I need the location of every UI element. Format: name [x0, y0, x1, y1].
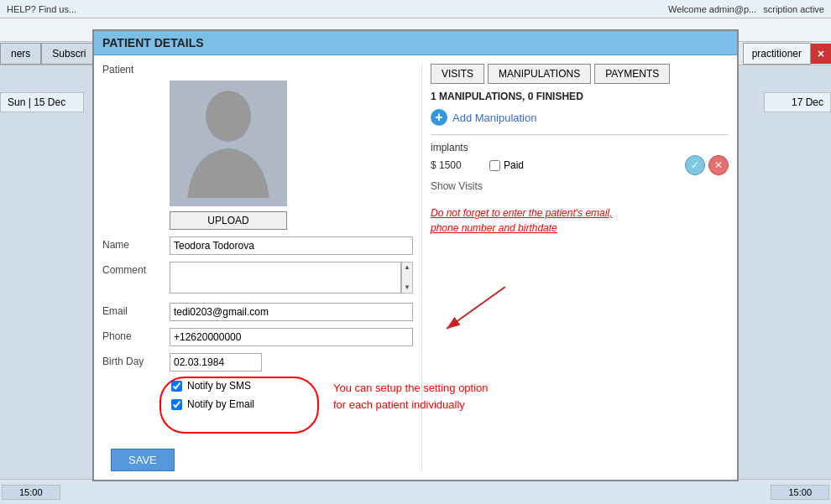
tab-payments[interactable]: PAYMENTS: [594, 64, 670, 84]
save-button[interactable]: SAVE: [111, 449, 175, 471]
subscription-text: scription active: [763, 4, 824, 14]
birthday-field[interactable]: [170, 353, 262, 372]
tab-2[interactable]: Subscri: [41, 43, 97, 65]
upload-button[interactable]: UPLOAD: [170, 211, 287, 230]
email-row: Email: [102, 303, 413, 321]
notify-email-label: Notify by Email: [187, 398, 254, 410]
checkbox-annotation: You can setup the setting option for eac…: [333, 380, 501, 413]
checkboxes-area: Notify by SMS Notify by Email You can se…: [102, 380, 413, 410]
show-visits-link[interactable]: Show Visits: [431, 180, 729, 192]
phone-field[interactable]: [170, 328, 413, 346]
help-text: HELP? Find us...: [7, 4, 76, 14]
notify-sms-label: Notify by SMS: [187, 380, 251, 392]
tab-visits[interactable]: VISITS: [431, 64, 484, 84]
manipulation-name: implants: [431, 142, 729, 153]
email-label: Email: [102, 303, 170, 317]
save-area: SAVE: [102, 432, 413, 471]
patient-details-modal: PATIENT DETAILS Patient UPLOAD Name Com: [92, 29, 739, 481]
modal-title: PATIENT DETAILS: [102, 36, 204, 49]
admin-text: Welcome admin@p...: [668, 4, 756, 14]
avatar: [170, 81, 287, 206]
calendar-bottom-bar: 15:00 15:00: [0, 479, 831, 504]
comment-wrapper: ▲ ▼: [170, 262, 413, 296]
phone-label: Phone: [102, 328, 170, 342]
phone-row: Phone: [102, 328, 413, 346]
name-row: Name: [102, 236, 413, 255]
manipulation-item: implants $ 1500 Paid ✓ ✕: [431, 142, 729, 175]
notify-email-checkbox[interactable]: [171, 399, 182, 410]
cal-cell-left: 15:00: [2, 485, 60, 500]
manipulation-action-buttons: ✓ ✕: [685, 155, 729, 175]
comment-field[interactable]: [170, 262, 401, 294]
name-label: Name: [102, 236, 170, 251]
modal-body: Patient UPLOAD Name Comment: [94, 55, 737, 480]
cal-cell-right: 15:00: [771, 485, 829, 500]
modal-header: PATIENT DETAILS: [94, 31, 737, 55]
email-field[interactable]: [170, 303, 413, 321]
scroll-down-arrow[interactable]: ▼: [402, 283, 412, 293]
textarea-scrollbar[interactable]: ▲ ▼: [401, 262, 413, 294]
top-bar: HELP? Find us... Welcome admin@p... scri…: [0, 0, 831, 18]
close-button[interactable]: ×: [811, 44, 831, 64]
action-tabs: VISITS MANIPULATIONS PAYMENTS: [431, 64, 729, 84]
calendar-date-left: Sun | 15 Dec: [0, 92, 84, 112]
calendar-date-right: 17 Dec: [764, 92, 831, 112]
paid-checkbox-area: Paid: [489, 159, 524, 171]
patient-label: Patient: [102, 64, 413, 75]
warning-text: Do not forget to enter the patient's ema…: [431, 205, 729, 236]
tab-manipulations[interactable]: MANIPULATIONS: [488, 64, 591, 84]
comment-label: Comment: [102, 262, 170, 276]
confirm-manipulation-button[interactable]: ✓: [685, 155, 705, 175]
delete-manipulation-button[interactable]: ✕: [708, 155, 729, 175]
practitioner-tab[interactable]: practitioner: [743, 43, 811, 65]
manipulation-details-row: $ 1500 Paid ✓ ✕: [431, 155, 729, 175]
manipulation-price: $ 1500: [431, 159, 481, 171]
svg-point-0: [206, 91, 251, 142]
manipulation-divider: [431, 134, 729, 135]
paid-checkbox[interactable]: [489, 160, 500, 171]
tab-1[interactable]: ners: [0, 43, 41, 65]
comment-row: Comment ▲ ▼: [102, 262, 413, 296]
notify-sms-checkbox[interactable]: [171, 381, 182, 392]
add-icon: +: [431, 109, 447, 126]
add-manipulation-button[interactable]: + Add Manipulation: [431, 109, 729, 126]
left-panel: Patient UPLOAD Name Comment: [102, 64, 413, 471]
paid-label: Paid: [504, 159, 524, 171]
svg-line-1: [447, 287, 505, 329]
manipulation-summary: 1 MANIPULATIONS, 0 FINISHED: [431, 91, 729, 102]
arrow-annotation: [421, 278, 522, 346]
scroll-up-arrow[interactable]: ▲: [402, 262, 412, 273]
birthday-row: Birth Day: [102, 353, 413, 372]
add-manipulation-label: Add Manipulation: [452, 112, 536, 124]
birthday-label: Birth Day: [102, 353, 170, 367]
name-field[interactable]: [170, 236, 413, 255]
avatar-silhouette: [182, 89, 274, 198]
